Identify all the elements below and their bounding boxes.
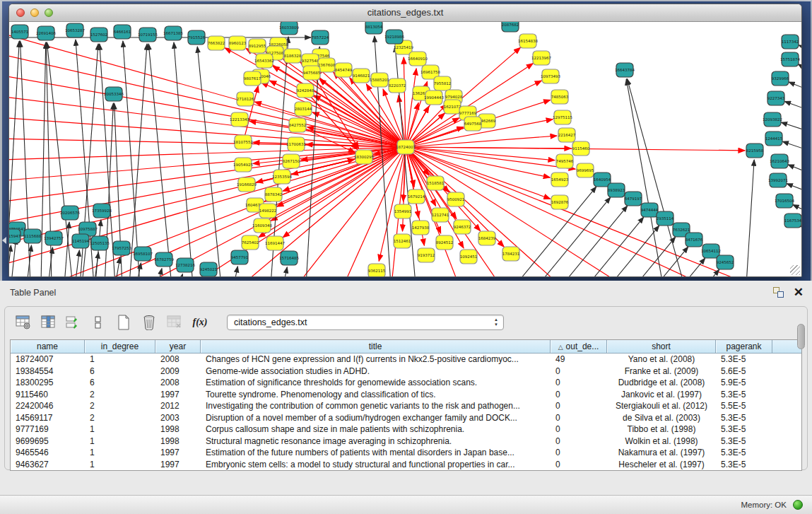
network-node[interactable]: 20053346 — [104, 87, 124, 101]
network-node[interactable]: 7955812 — [434, 76, 452, 90]
network-node[interactable]: 16543362 — [254, 54, 274, 68]
network-node[interactable]: 2803144 — [295, 102, 312, 116]
table-row[interactable]: 946554611997Estimation of the future num… — [11, 447, 801, 459]
network-node[interactable]: 7625402 — [242, 235, 259, 250]
network-node[interactable]: 9146821 — [353, 69, 370, 83]
network-node[interactable]: 13942757 — [44, 231, 64, 245]
network-node[interactable]: 7485063 — [551, 90, 569, 104]
network-node[interactable]: 7915526 — [188, 30, 206, 45]
table-row[interactable]: 911546021997Tourette syndrome. Phenomeno… — [11, 389, 801, 401]
network-node[interactable]: 11691447 — [265, 236, 285, 250]
network-window[interactable]: citations_edges.txt 18724007891295518226… — [8, 4, 802, 277]
network-node[interactable]: 17016504 — [775, 194, 794, 208]
network-node[interactable]: 9115460 — [572, 141, 590, 156]
network-node[interactable]: 20206576 — [60, 206, 80, 220]
network-node[interactable]: 2718126 — [237, 92, 254, 106]
table-row[interactable]: 1938455462009Genome-wide association stu… — [11, 366, 801, 378]
network-node[interactable]: 9474444 — [641, 203, 659, 217]
network-node[interactable]: 16210643 — [770, 154, 789, 168]
network-node[interactable]: 9245021 — [200, 262, 218, 276]
table-row[interactable]: 946362711997Embryonic stem cells: a mode… — [11, 459, 801, 471]
network-node[interactable]: 2216427 — [558, 128, 576, 142]
network-node[interactable]: 9246372 — [454, 220, 471, 234]
network-node[interactable]: 19218986 — [384, 30, 404, 44]
network-node[interactable]: 10973493 — [541, 69, 560, 83]
window-resize-grip[interactable] — [790, 265, 800, 275]
network-graph[interactable]: 1872400789129551822605891275088186328912… — [9, 22, 801, 277]
table-scrollbar-thumb[interactable] — [797, 324, 805, 349]
network-node[interactable]: 10719155 — [138, 28, 158, 42]
network-node[interactable]: 18300295 — [354, 150, 374, 164]
network-node[interactable]: 16033809 — [279, 22, 299, 35]
select-columns-icon[interactable] — [39, 313, 59, 332]
column-header-out-de-[interactable]: △out_de... — [551, 340, 607, 353]
network-node[interactable]: 8215958 — [746, 144, 764, 158]
network-node[interactable]: 19904443 — [424, 90, 444, 105]
network-node[interactable]: 17359928 — [92, 204, 112, 218]
function-builder-icon[interactable]: f(x) — [190, 313, 210, 332]
network-node[interactable]: 1167534 — [784, 214, 801, 228]
network-node[interactable]: 17957253 — [112, 241, 131, 255]
network-node[interactable]: 12213343 — [230, 112, 249, 127]
network-node[interactable]: 8878342 — [265, 187, 283, 201]
network-node[interactable]: 1692876 — [551, 195, 569, 209]
create-table-icon[interactable] — [114, 313, 134, 332]
network-node[interactable]: 12353594 — [272, 170, 292, 184]
column-header-in-degree[interactable]: in_degree — [85, 340, 155, 353]
network-node[interactable]: 13992071 — [768, 173, 788, 187]
network-node[interactable]: 8960123 — [229, 36, 247, 50]
network-node[interactable]: 11609348 — [252, 218, 272, 233]
network-node[interactable]: 1654923 — [551, 173, 569, 187]
network-node[interactable]: 15751874 — [780, 52, 800, 66]
network-node[interactable]: 15716485 — [279, 251, 299, 265]
table-row[interactable]: 969969511998Structural magnetic resonanc… — [11, 436, 801, 448]
table-selector-dropdown[interactable]: citations_edges.txt ▲▼ — [227, 315, 504, 330]
network-node[interactable]: 8186328 — [284, 49, 302, 63]
network-node[interactable]: 3915947 — [9, 229, 21, 243]
network-node[interactable]: 15885201 — [370, 73, 389, 87]
network-node[interactable]: 8912955 — [249, 39, 266, 53]
table-row[interactable]: 977716911998Corpus callosum shape and si… — [11, 424, 801, 436]
network-node[interactable]: 12213967 — [531, 51, 551, 65]
network-node[interactable]: 1092451 — [460, 250, 478, 264]
network-node[interactable]: 16782759 — [154, 252, 174, 267]
network-node-hub[interactable]: 18724007 — [396, 140, 416, 154]
panel-collapse-arrow-icon[interactable] — [2, 237, 6, 244]
network-node[interactable]: 9242848 — [297, 83, 314, 98]
network-node[interactable]: 1145194 — [72, 234, 90, 248]
table-row[interactable]: 1830029562008Estimation of significance … — [11, 377, 801, 389]
column-header-year[interactable]: year — [155, 340, 201, 353]
network-node[interactable]: 1427938 — [412, 221, 430, 235]
network-node[interactable]: 1527602 — [90, 28, 108, 42]
network-node[interactable]: 9193712 — [418, 248, 435, 262]
network-node[interactable]: 2935114 — [657, 211, 674, 226]
network-node[interactable]: 16958107 — [133, 247, 153, 261]
network-node[interactable]: 6466161 — [114, 25, 131, 39]
network-node[interactable]: 1684239 — [478, 231, 496, 245]
network-node[interactable]: 18107552 — [233, 135, 253, 149]
close-panel-icon[interactable]: ✕ — [794, 287, 804, 298]
network-node[interactable]: 1117342 — [782, 35, 799, 49]
network-node[interactable]: 8938923 — [608, 183, 625, 197]
network-node[interactable]: 1512461 — [394, 234, 411, 248]
delete-table-icon[interactable] — [139, 313, 159, 332]
network-node[interactable]: 9475685 — [303, 66, 321, 80]
table-row[interactable]: 2242004622012Investigating the contribut… — [11, 400, 801, 412]
network-node[interactable]: 12975115 — [553, 110, 572, 124]
network-node[interactable]: 2087682 — [502, 22, 519, 32]
network-node[interactable]: 16671385 — [163, 26, 183, 40]
network-node[interactable]: 9362115 — [368, 264, 386, 277]
network-node[interactable]: 6497568 — [464, 117, 482, 131]
network-node[interactable]: 1115688 — [24, 229, 42, 243]
network-node[interactable]: 8454749 — [335, 63, 353, 77]
network-node[interactable]: 8267150 — [283, 154, 300, 168]
network-node[interactable]: 1354991 — [394, 204, 412, 218]
network-node[interactable]: 16643784 — [615, 63, 635, 77]
network-node[interactable]: 7663822 — [208, 36, 225, 50]
network-node[interactable]: 9227343 — [767, 91, 785, 105]
network-node[interactable]: 12093822 — [763, 112, 782, 127]
column-header-short[interactable]: short — [607, 340, 716, 353]
table-row[interactable]: 1872400712008Changes of HCN gene express… — [11, 354, 801, 366]
network-node[interactable]: 9245652 — [717, 255, 734, 269]
network-window-titlebar[interactable]: citations_edges.txt — [9, 4, 801, 22]
